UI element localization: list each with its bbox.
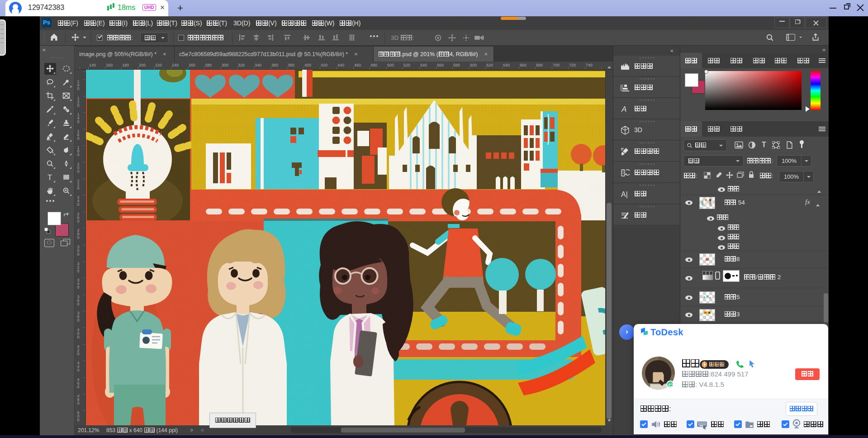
- svg-text:A|: A|: [621, 190, 628, 198]
- svg-text:A: A: [621, 105, 626, 114]
- svg-text:T: T: [47, 174, 52, 181]
